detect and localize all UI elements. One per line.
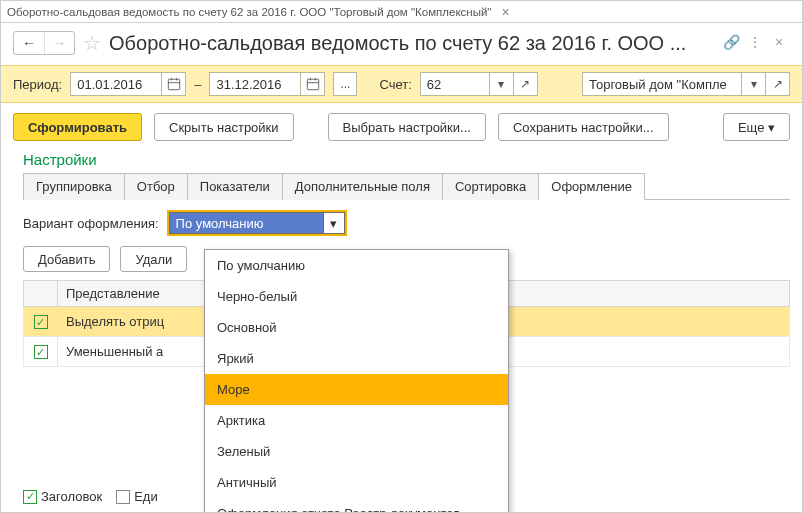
col-check xyxy=(24,281,58,307)
window-tab-bar: Оборотно-сальдовая ведомость по счету 62… xyxy=(1,1,802,23)
chevron-down-icon: ▾ xyxy=(330,216,337,231)
page-header: ← → ☆ Оборотно-сальдовая ведомость по сч… xyxy=(1,23,802,65)
account-dropdown-button[interactable]: ▾ xyxy=(490,72,514,96)
close-page-icon[interactable]: × xyxy=(770,34,788,52)
page-title: Оборотно-сальдовая ведомость по счету 62… xyxy=(109,32,714,55)
actions-bar: Сформировать Скрыть настройки Выбрать на… xyxy=(1,103,802,145)
open-external-icon: ↗ xyxy=(520,77,530,91)
tab-extra[interactable]: Дополнительные поля xyxy=(282,173,443,200)
footer-unit-checkbox[interactable] xyxy=(116,490,130,504)
tab-sort[interactable]: Сортировка xyxy=(442,173,539,200)
nav-forward-button[interactable]: → xyxy=(44,32,74,54)
footer-unit-check[interactable]: Еди xyxy=(116,489,158,504)
account-combo: ▾ ↗ xyxy=(420,72,538,96)
period-from-calendar-button[interactable] xyxy=(162,72,186,96)
favorite-star-icon[interactable]: ☆ xyxy=(83,31,101,55)
variant-option[interactable]: Арктика xyxy=(205,405,508,436)
settings-tabs: Группировка Отбор Показатели Дополнитель… xyxy=(23,172,790,200)
nav-buttons: ← → xyxy=(13,31,75,55)
account-input[interactable] xyxy=(420,72,490,96)
svg-rect-1 xyxy=(307,79,318,90)
variant-option[interactable]: Оформления отчета Реестр документов xyxy=(205,498,508,513)
org-input[interactable] xyxy=(582,72,742,96)
variant-option[interactable]: Зеленый xyxy=(205,436,508,467)
account-label: Счет: xyxy=(379,77,411,92)
variant-row: Вариант оформления: По умолчанию ▾ xyxy=(23,210,790,236)
variant-label: Вариант оформления: xyxy=(23,216,159,231)
period-to xyxy=(209,72,325,96)
variant-option[interactable]: Море xyxy=(205,374,508,405)
save-settings-button[interactable]: Сохранить настройки... xyxy=(498,113,669,141)
footer-header-checkbox[interactable]: ✓ xyxy=(23,490,37,504)
window-tab-title: Оборотно-сальдовая ведомость по счету 62… xyxy=(7,6,491,18)
org-dropdown-button[interactable]: ▾ xyxy=(742,72,766,96)
account-open-button[interactable]: ↗ xyxy=(514,72,538,96)
hide-settings-button[interactable]: Скрыть настройки xyxy=(154,113,294,141)
variant-option[interactable]: Античный xyxy=(205,467,508,498)
tab-indicators[interactable]: Показатели xyxy=(187,173,283,200)
row-checkbox[interactable]: ✓ xyxy=(34,345,48,359)
delete-row-button[interactable]: Удали xyxy=(120,246,187,272)
app-window: Оборотно-сальдовая ведомость по счету 62… xyxy=(0,0,803,513)
variant-option[interactable]: Черно-белый xyxy=(205,281,508,312)
period-from-input[interactable] xyxy=(70,72,162,96)
more-button[interactable]: Еще ▾ xyxy=(723,113,790,141)
tab-appearance[interactable]: Оформление xyxy=(538,173,645,200)
period-from xyxy=(70,72,186,96)
variant-option[interactable]: Яркий xyxy=(205,343,508,374)
tab-filter[interactable]: Отбор xyxy=(124,173,188,200)
add-row-button[interactable]: Добавить xyxy=(23,246,110,272)
choose-settings-button[interactable]: Выбрать настройки... xyxy=(328,113,486,141)
settings-title: Настройки xyxy=(1,145,802,172)
period-to-calendar-button[interactable] xyxy=(301,72,325,96)
header-icons: 🔗 ⋮ × xyxy=(722,34,790,52)
period-to-input[interactable] xyxy=(209,72,301,96)
variant-option[interactable]: Основной xyxy=(205,312,508,343)
period-label: Период: xyxy=(13,77,62,92)
period-bar: Период: – ... Счет: ▾ ↗ ▾ ↗ xyxy=(1,65,802,103)
variant-dropdown-button[interactable]: ▾ xyxy=(323,212,345,234)
link-icon[interactable]: 🔗 xyxy=(722,34,740,52)
chevron-down-icon: ▾ xyxy=(768,120,775,135)
nav-back-button[interactable]: ← xyxy=(14,32,44,54)
more-vertical-icon[interactable]: ⋮ xyxy=(746,34,764,52)
footer-header-check[interactable]: ✓ Заголовок xyxy=(23,489,102,504)
svg-rect-0 xyxy=(168,79,179,90)
footer-row: ✓ Заголовок Еди xyxy=(23,489,158,504)
period-range-button[interactable]: ... xyxy=(333,72,357,96)
variant-option[interactable]: По умолчанию xyxy=(205,250,508,281)
variant-combo[interactable]: По умолчанию ▾ xyxy=(167,210,347,236)
chevron-down-icon: ▾ xyxy=(751,77,757,91)
org-combo: ▾ ↗ xyxy=(582,72,790,96)
window-tab-close-icon[interactable]: × xyxy=(497,5,513,19)
generate-button[interactable]: Сформировать xyxy=(13,113,142,141)
calendar-icon xyxy=(167,77,181,91)
tab-grouping[interactable]: Группировка xyxy=(23,173,125,200)
org-open-button[interactable]: ↗ xyxy=(766,72,790,96)
open-external-icon: ↗ xyxy=(773,77,783,91)
chevron-down-icon: ▾ xyxy=(498,77,504,91)
variant-value[interactable]: По умолчанию xyxy=(169,212,323,234)
period-dash: – xyxy=(194,77,201,92)
row-checkbox[interactable]: ✓ xyxy=(34,315,48,329)
variant-dropdown: По умолчанию Черно-белый Основной Яркий … xyxy=(204,249,509,513)
calendar-icon xyxy=(306,77,320,91)
